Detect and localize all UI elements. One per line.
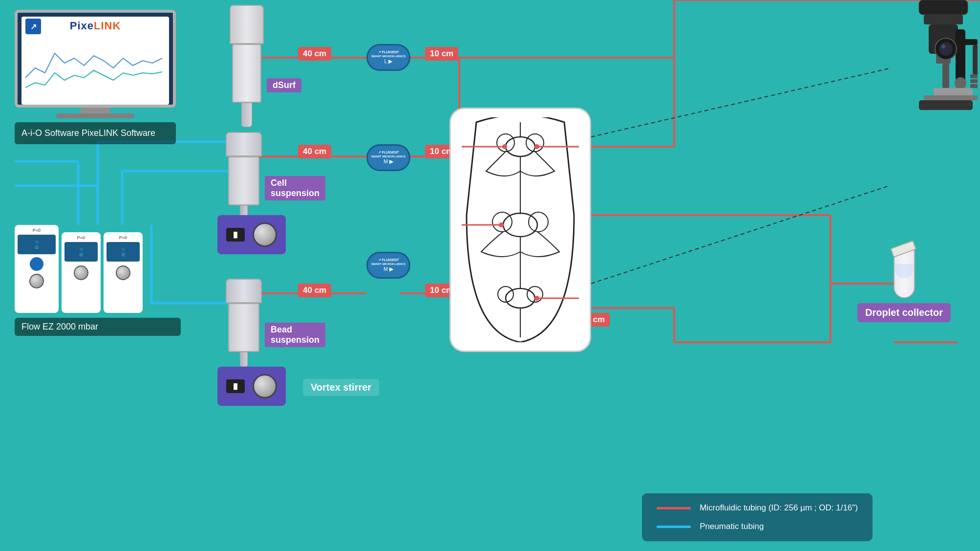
- cell-stirrer: ▐▌: [217, 215, 286, 254]
- vortex-stirrer-label: Vortex stirrer: [303, 379, 379, 396]
- collector-vial: [894, 249, 915, 298]
- svg-point-52: [534, 144, 539, 149]
- droplet-collector-label: Droplet collector: [857, 303, 951, 322]
- svg-line-76: [591, 186, 889, 284]
- fluigent-M1-logo: ↗ FLUIGENTSMART MICROFLUIDICS: [371, 151, 406, 159]
- microscope: [880, 0, 978, 205]
- bead-connector-tip: [240, 352, 248, 367]
- bead-stirrer-display: ▐▌: [226, 379, 245, 393]
- bead-connector-top: [226, 279, 262, 303]
- fluigent-L-logo: ↗ FLUIGENTSMART MICROFLUIDICS: [371, 50, 406, 59]
- svg-rect-71: [970, 84, 978, 88]
- legend-item-pneumatic: Pneumatic tubing: [657, 522, 858, 531]
- stirrer-knob: [253, 222, 277, 247]
- flow-ez-knob-2: [74, 265, 88, 280]
- legend-microfluidic-text: Microfluidic tubing (ID: 256 µm ; OD: 1/…: [700, 503, 858, 513]
- dsurf-container: dSurf: [230, 5, 264, 127]
- measurement-mid-40: 40 cm: [298, 145, 331, 158]
- fluigent-M2-logo: ↗ FLUIGENTSMART MICROFLUIDICS: [371, 258, 406, 266]
- dsurf-label: dSurf: [267, 78, 301, 92]
- bead-suspension-container: Bead suspension: [226, 279, 262, 367]
- svg-rect-68: [973, 45, 978, 74]
- bead-stirrer: ▐▌: [217, 367, 286, 406]
- monitor-screen-inner: ↗ PixeLINK: [21, 17, 169, 105]
- legend-microfluidic-line: [657, 507, 691, 509]
- svg-rect-69: [970, 74, 978, 78]
- flow-ez-dot-blue: [30, 257, 43, 271]
- svg-rect-63: [934, 88, 973, 95]
- svg-point-74: [941, 44, 945, 48]
- svg-point-42: [506, 288, 535, 308]
- monitor-base: [56, 113, 134, 118]
- flow-ez-unit-main: P=0 ☆⊙: [15, 225, 59, 313]
- flow-ez-knob-3: [116, 265, 130, 280]
- svg-point-41: [529, 212, 548, 232]
- monitor-label-text: A-i-O Software PixeLINK Software: [21, 127, 169, 139]
- syringe-body: [232, 44, 261, 103]
- fluigent-controller-M1: ↗ FLUIGENTSMART MICROFLUIDICS M ▶: [366, 144, 410, 171]
- legend-pneumatic-text: Pneumatic tubing: [700, 522, 764, 531]
- bead-connector-body: [228, 303, 259, 352]
- svg-rect-70: [970, 79, 978, 83]
- bead-suspension-label: Bead suspension: [265, 323, 325, 347]
- svg-point-36: [506, 137, 535, 156]
- legend: Microfluidic tubing (ID: 256 µm ; OD: 1/…: [642, 493, 873, 541]
- cell-suspension-label: Cell suspension: [265, 176, 325, 200]
- legend-item-microfluidic: Microfluidic tubing (ID: 256 µm ; OD: 1/…: [657, 503, 858, 513]
- measurement-top-10: 10 cm: [425, 47, 458, 61]
- svg-rect-66: [942, 64, 949, 88]
- legend-pneumatic-line: [657, 526, 691, 528]
- svg-rect-57: [919, 0, 968, 15]
- flow-ez-unit-3: P=0 ☆⊙: [104, 232, 143, 313]
- flow-ez-units: P=0 ☆⊙ P=0 ☆⊙ P=0 ☆⊙: [15, 225, 181, 313]
- microfluidic-chip: [449, 108, 591, 352]
- svg-line-75: [591, 68, 889, 137]
- fluigent-M2-label: M ▶: [383, 266, 393, 272]
- svg-point-40: [492, 212, 512, 232]
- monitor: ↗ PixeLINK A-i-O Software PixeLINK Softw…: [15, 10, 176, 144]
- flow-ez-label: Flow EZ 2000 mbar: [15, 318, 181, 336]
- connector-top: [226, 132, 262, 156]
- syringe-top: [230, 5, 264, 44]
- bead-stirrer-knob: [253, 374, 277, 398]
- syringe-tip: [241, 103, 252, 127]
- svg-point-62: [955, 77, 966, 89]
- svg-rect-64: [924, 95, 978, 100]
- droplet-collector: Droplet collector: [857, 240, 951, 322]
- flow-ez-device: P=0 ☆⊙ P=0 ☆⊙ P=0 ☆⊙ Flow EZ 2000 mbar: [15, 225, 181, 336]
- svg-rect-65: [919, 100, 973, 110]
- monitor-label: A-i-O Software PixeLINK Software: [15, 122, 176, 144]
- measurement-bot-40: 40 cm: [298, 284, 331, 297]
- svg-point-39: [503, 213, 537, 237]
- fluigent-L-label: L ▶: [384, 58, 393, 65]
- svg-rect-58: [924, 15, 963, 24]
- measurement-top-40: 40 cm: [298, 47, 331, 61]
- connector-body: [228, 156, 259, 205]
- fluigent-M1-label: M ▶: [383, 158, 393, 165]
- collector-liquid: [895, 264, 914, 278]
- monitor-stand: [81, 108, 110, 113]
- monitor-screen: ↗ PixeLINK: [15, 10, 176, 108]
- cell-suspension-container: Cell suspension: [226, 132, 262, 220]
- svg-point-54: [499, 222, 504, 227]
- svg-point-56: [534, 296, 539, 301]
- fluigent-controller-L: ↗ FLUIGENTSMART MICROFLUIDICS L ▶: [366, 44, 410, 71]
- pixelink-icon: ↗: [25, 19, 41, 34]
- svg-point-73: [939, 42, 953, 56]
- flow-ez-unit-2: P=0 ☆⊙: [62, 232, 101, 313]
- svg-rect-67: [960, 39, 978, 45]
- flow-ez-knob: [29, 274, 44, 288]
- pixelink-logo: PixeLINK: [70, 20, 121, 32]
- stirrer-display: ▐▌: [226, 228, 245, 242]
- svg-point-50: [502, 144, 507, 149]
- fluigent-controller-M2: ↗ FLUIGENTSMART MICROFLUIDICS M ▶: [366, 252, 410, 279]
